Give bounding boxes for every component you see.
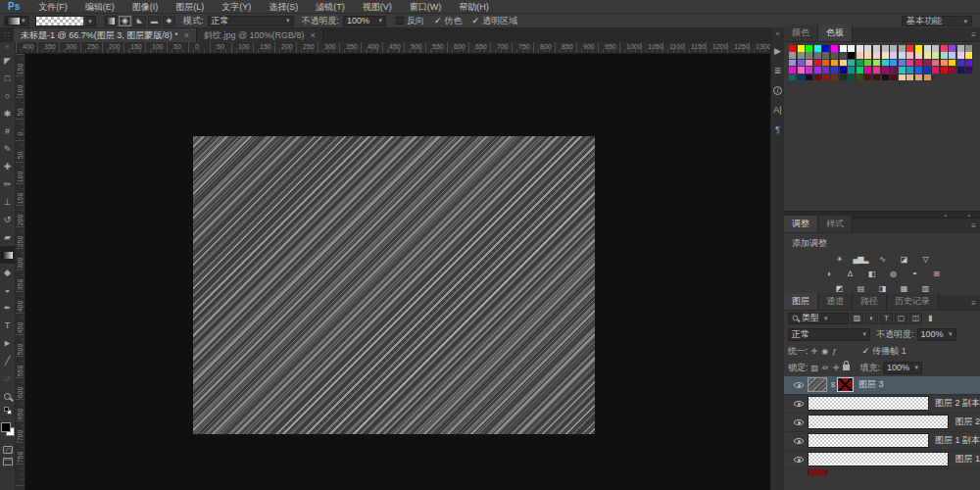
color-swatch[interactable]	[814, 67, 822, 74]
color-swatch[interactable]	[798, 45, 806, 52]
diamond-gradient-button[interactable]: ◆	[163, 16, 175, 26]
color-swatch[interactable]	[890, 67, 898, 74]
color-swatch[interactable]	[857, 45, 864, 52]
color-swatch[interactable]	[949, 60, 956, 67]
blend-mode-select[interactable]: 正常 ▾	[208, 16, 294, 26]
linear-gradient-button[interactable]	[104, 16, 117, 26]
color-swatch[interactable]	[822, 67, 830, 74]
layer-row-partial[interactable]	[784, 469, 980, 475]
color-swatch[interactable]	[882, 67, 890, 74]
color-swatch[interactable]	[873, 67, 881, 74]
color-swatch[interactable]	[831, 45, 839, 52]
layer-visibility-toggle[interactable]	[790, 382, 808, 388]
zoom-tool[interactable]	[0, 387, 15, 405]
color-swatch[interactable]	[882, 45, 890, 52]
menu-item[interactable]: 视图(V)	[354, 0, 401, 14]
color-swatch[interactable]	[789, 45, 797, 52]
color-swatch[interactable]	[806, 67, 813, 74]
layers-tab[interactable]: 历史记录	[887, 293, 939, 310]
curves-adjustment-icon[interactable]: ∿	[875, 253, 889, 265]
color-swatch[interactable]	[798, 67, 806, 74]
color-swatch[interactable]	[840, 74, 848, 81]
levels-adjustment-icon[interactable]: ▄▆▂	[854, 253, 867, 265]
color-swatch[interactable]	[965, 45, 973, 52]
color-swatch[interactable]	[957, 60, 965, 67]
menu-item[interactable]: 选择(S)	[260, 0, 307, 14]
photo-filter-adjustment-icon[interactable]: ◍	[886, 268, 900, 279]
color-swatch[interactable]	[864, 52, 872, 59]
tab-close-icon[interactable]: ×	[311, 30, 316, 40]
vibrance-adjustment-icon[interactable]: ▽	[918, 253, 932, 265]
color-lookup-adjustment-icon[interactable]: ⊞	[929, 268, 943, 279]
layer-name[interactable]: 图层 1	[955, 453, 980, 466]
color-swatch[interactable]	[873, 45, 881, 52]
color-swatch[interactable]	[899, 60, 906, 67]
color-swatch[interactable]	[789, 67, 797, 74]
color-swatch[interactable]	[806, 45, 813, 52]
layers-tab[interactable]: 图层	[784, 293, 818, 310]
lock-position-icon[interactable]: ✛	[833, 364, 840, 372]
blur-tool[interactable]: ◆	[0, 264, 15, 281]
filter-shape-layers-icon[interactable]: ▢	[895, 313, 907, 324]
color-swatch[interactable]	[899, 67, 906, 74]
transparency-checkbox[interactable]: ✓ 透明区域	[472, 15, 518, 27]
canvas[interactable]	[193, 136, 595, 434]
foreground-background-colors[interactable]	[0, 416, 15, 442]
layer-thumbnail[interactable]	[808, 433, 929, 448]
eraser-tool[interactable]: ▰	[0, 228, 15, 246]
color-balance-adjustment-icon[interactable]: ∆	[843, 268, 857, 279]
color-swatch[interactable]	[941, 45, 949, 52]
brightness-contrast-adjustment-icon[interactable]: ☀	[832, 253, 846, 265]
color-swatch[interactable]	[906, 74, 914, 81]
color-swatch[interactable]	[890, 52, 898, 59]
exposure-adjustment-icon[interactable]: ◪	[897, 253, 910, 265]
default-colors-icon[interactable]	[0, 405, 15, 416]
color-swatch[interactable]	[924, 60, 932, 67]
clone-stamp-tool[interactable]: ⊥	[0, 193, 15, 211]
vertical-ruler[interactable]: 1501005005010015020025030035040045050055…	[16, 54, 25, 490]
channel-mixer-adjustment-icon[interactable]: ◓	[907, 268, 921, 279]
color-swatch[interactable]	[924, 67, 932, 74]
layer-blend-mode-select[interactable]: 正常 ▾	[788, 328, 870, 341]
tool-preset-picker[interactable]: ▾	[4, 16, 29, 26]
color-swatch[interactable]	[906, 45, 914, 52]
color-swatch[interactable]	[924, 74, 932, 81]
dock-collapse-icon[interactable]: «	[771, 27, 784, 41]
healing-brush-tool[interactable]: ✚	[0, 158, 15, 175]
layer-visibility-toggle[interactable]	[790, 457, 808, 463]
angle-gradient-button[interactable]: ◣	[133, 16, 146, 26]
color-swatch[interactable]	[949, 45, 956, 52]
screen-mode-button[interactable]	[3, 458, 13, 466]
dodge-tool[interactable]: ◒	[0, 281, 15, 299]
color-swatch[interactable]	[957, 45, 965, 52]
toolbar-collapse-icon[interactable]: «	[0, 42, 15, 52]
menu-item[interactable]: 图层(L)	[167, 0, 213, 14]
layer-filter-select[interactable]: 类型 ▾	[788, 313, 849, 324]
layers-tab[interactable]: 路径	[853, 293, 887, 310]
color-swatch[interactable]	[798, 60, 806, 67]
paragraph-panel-icon[interactable]: ¶	[771, 120, 784, 139]
color-swatch[interactable]	[941, 52, 949, 59]
tab-close-icon[interactable]: ×	[184, 30, 189, 40]
color-swatch[interactable]	[882, 74, 890, 81]
line-tool[interactable]: ╱	[0, 352, 15, 369]
layer-visibility-toggle[interactable]	[790, 438, 808, 444]
color-swatch[interactable]	[906, 60, 914, 67]
color-swatch[interactable]	[798, 74, 806, 81]
color-swatch[interactable]	[932, 60, 940, 67]
layer-row[interactable]: 图层 1	[784, 451, 980, 469]
color-swatch[interactable]	[899, 45, 906, 52]
color-swatch[interactable]	[890, 74, 898, 81]
color-swatch[interactable]	[915, 67, 923, 74]
layer-thumbnail[interactable]	[808, 469, 827, 475]
workspace-switcher[interactable]: 基本功能 ▾	[902, 16, 972, 26]
layer-name[interactable]: 图层 1 副本	[935, 434, 980, 447]
color-swatch[interactable]	[840, 52, 848, 59]
filter-type-layers-icon[interactable]: T	[880, 313, 893, 324]
quick-selection-tool[interactable]: ✱	[0, 105, 15, 122]
menu-item[interactable]: 窗口(W)	[401, 0, 451, 14]
filter-pixel-layers-icon[interactable]: ▨	[851, 313, 863, 324]
color-swatch[interactable]	[789, 52, 797, 59]
panel-menu-icon[interactable]: ≡	[971, 221, 976, 230]
color-swatch[interactable]	[857, 67, 864, 74]
